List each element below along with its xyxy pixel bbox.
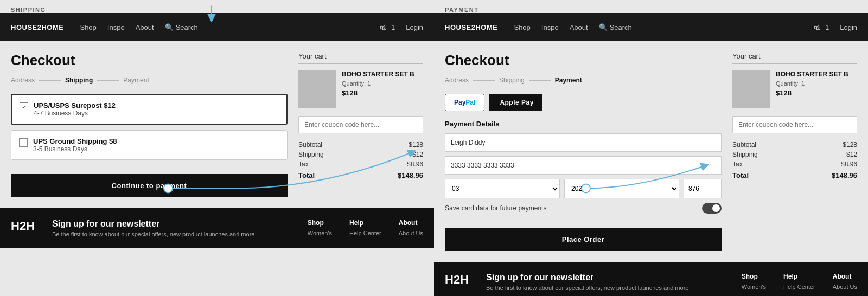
shipping-option-1-days: 4-7 Business Days (34, 110, 116, 117)
cart-icon-payment[interactable]: 🛍 1 (814, 23, 829, 31)
cart-item-name-payment: BOHO STARTER SET B (776, 70, 848, 78)
footer-col-about-link-shipping[interactable]: About Us (399, 230, 423, 236)
step-payment-shipping: Payment (123, 76, 149, 84)
footer-col-shop-heading-payment: Shop (742, 273, 766, 280)
section-label-payment: PAYMENT (434, 0, 868, 13)
footer-col-about-heading-payment: About (833, 273, 857, 280)
checkout-body-shipping: Checkout Address Shipping Payment UPS/US… (0, 41, 434, 208)
continue-to-payment-btn[interactable]: Continue to payment (11, 174, 288, 197)
search-icon-payment: 🔍 (599, 23, 608, 31)
checkbox-option-2[interactable] (19, 138, 28, 147)
shipping-label-payment: Shipping (732, 151, 758, 158)
search-label-shipping: Search (176, 23, 198, 31)
total-row-payment: Total $148.96 (732, 171, 857, 179)
footer-newsletter-title-shipping: Sign up for our newsletter (52, 219, 295, 229)
footer-col-shop-payment: Shop Women's (742, 273, 766, 290)
subtotal-row-shipping: Subtotal $128 (298, 141, 423, 149)
cart-count-payment: 1 (825, 23, 829, 31)
footer-col-about-payment: About About Us (833, 273, 857, 290)
coupon-input-payment[interactable] (732, 116, 857, 133)
shipping-option-1[interactable]: UPS/USPS Surepost $12 4-7 Business Days (11, 94, 288, 125)
step-line-2-shipping (97, 80, 119, 81)
footer-shipping: H2H Sign up for our newsletter Be the fi… (0, 208, 434, 248)
paypal-btn[interactable]: PayPal (445, 94, 484, 111)
nav-about-shipping[interactable]: About (136, 23, 154, 31)
search-area-payment[interactable]: 🔍 Search (599, 23, 632, 31)
expiry-year-select[interactable]: 2024 2025202620272028 (564, 179, 679, 198)
nav-about-payment[interactable]: About (570, 23, 588, 31)
tax-row-payment: Tax $8.96 (732, 160, 857, 168)
shipping-value-shipping: $12 (412, 151, 423, 158)
applepay-btn[interactable]: Apple Pay (489, 94, 542, 111)
footer-col-about-heading-shipping: About (399, 219, 423, 227)
subtotal-label-shipping: Subtotal (298, 141, 322, 149)
cart-icon-shipping[interactable]: 🛍 1 (380, 23, 395, 31)
total-value-payment: $148.96 (832, 171, 857, 179)
cart-item-name-shipping: BOHO STARTER SET B (342, 70, 414, 78)
nav-shop-shipping[interactable]: Shop (80, 23, 96, 31)
shipping-panel: SHIPPING HOUSE2HOME Shop Inspo About 🔍 S… (0, 0, 434, 296)
shipping-option-1-details: UPS/USPS Surepost $12 4-7 Business Days (34, 101, 116, 117)
nav-shop-payment[interactable]: Shop (514, 23, 530, 31)
payment-panel: PAYMENT HOUSE2HOME Shop Inspo About 🔍 Se… (434, 0, 868, 296)
place-order-btn[interactable]: Place Order (445, 228, 722, 251)
tax-value-payment: $8.96 (841, 160, 857, 168)
step-payment-payment: Payment (555, 76, 582, 84)
cart-item-qty-payment: Quantity: 1 (776, 80, 848, 87)
footer-newsletter-payment: Sign up for our newsletter Be the first … (486, 273, 729, 291)
navbar-payment: HOUSE2HOME Shop Inspo About 🔍 Search 🛍 1… (434, 13, 868, 41)
shipping-option-2-details: UPS Ground Shipping $8 3-5 Business Days (33, 137, 117, 153)
cart-count-shipping: 1 (391, 23, 395, 31)
step-address-shipping: Address (11, 76, 35, 84)
brand-logo-payment: HOUSE2HOME (445, 23, 497, 31)
cart-item-thumb-payment (732, 70, 770, 108)
step-line-1-payment (473, 80, 495, 81)
order-summary-shipping: Subtotal $128 Shipping $12 Tax $8.96 Tot… (298, 141, 423, 179)
cart-item-info-payment: BOHO STARTER SET B Quantity: 1 $128 (776, 70, 848, 108)
order-summary-payment: Subtotal $128 Shipping $12 Tax $8.96 Tot… (732, 141, 857, 179)
footer-links-shipping: Shop Women's Help Help Center About Abou… (308, 219, 423, 236)
checkbox-option-1[interactable] (20, 102, 28, 111)
left-col-shipping: Checkout Address Shipping Payment UPS/US… (11, 52, 288, 197)
cart-title-payment: Your cart (732, 52, 857, 64)
total-label-payment: Total (732, 171, 749, 179)
search-icon-shipping: 🔍 (165, 23, 174, 31)
cardholder-name-input[interactable] (445, 133, 722, 152)
footer-col-help-link-payment[interactable]: Help Center (783, 284, 815, 290)
coupon-input-shipping[interactable] (298, 116, 423, 133)
card-number-input[interactable] (445, 156, 722, 175)
checkout-title-shipping: Checkout (11, 52, 288, 69)
paypal-logo: PayPal (454, 99, 475, 106)
footer-col-help-link-shipping[interactable]: Help Center (349, 230, 381, 236)
footer-col-shop-shipping: Shop Women's (308, 219, 332, 236)
shipping-value-payment: $12 (846, 151, 857, 158)
brand-logo-shipping: HOUSE2HOME (11, 23, 63, 31)
footer-col-shop-link-payment[interactable]: Women's (742, 284, 766, 290)
shipping-label-shipping: Shipping (298, 151, 324, 158)
tax-row-shipping: Tax $8.96 (298, 160, 423, 168)
footer-col-help-payment: Help Help Center (783, 273, 815, 290)
tax-label-shipping: Tax (298, 160, 309, 168)
shipping-option-2-days: 3-5 Business Days (33, 145, 117, 153)
expiry-month-select[interactable]: 03 01020405 06070809 101112 (445, 179, 560, 198)
footer-brand-payment: H2H (445, 273, 469, 287)
cvv-input[interactable] (684, 179, 722, 198)
footer-col-help-heading-payment: Help (783, 273, 815, 280)
step-address-payment: Address (445, 76, 469, 84)
footer-payment: H2H Sign up for our newsletter Be the fi… (434, 262, 868, 296)
login-btn-payment[interactable]: Login (840, 23, 857, 31)
save-card-toggle[interactable] (702, 203, 722, 214)
nav-inspo-payment[interactable]: Inspo (541, 23, 559, 31)
nav-inspo-shipping[interactable]: Inspo (107, 23, 125, 31)
footer-col-help-heading-shipping: Help (349, 219, 381, 227)
shipping-option-2[interactable]: UPS Ground Shipping $8 3-5 Business Days (11, 130, 288, 160)
footer-col-shop-link-shipping[interactable]: Women's (308, 230, 332, 236)
step-line-1-shipping (39, 80, 61, 81)
total-label-shipping: Total (298, 171, 315, 179)
subtotal-row-payment: Subtotal $128 (732, 141, 857, 149)
step-shipping-payment: Shipping (499, 76, 525, 84)
footer-col-about-link-payment[interactable]: About Us (833, 284, 857, 290)
search-area-shipping[interactable]: 🔍 Search (165, 23, 198, 31)
login-btn-shipping[interactable]: Login (406, 23, 423, 31)
cart-item-price-payment: $128 (776, 89, 848, 97)
